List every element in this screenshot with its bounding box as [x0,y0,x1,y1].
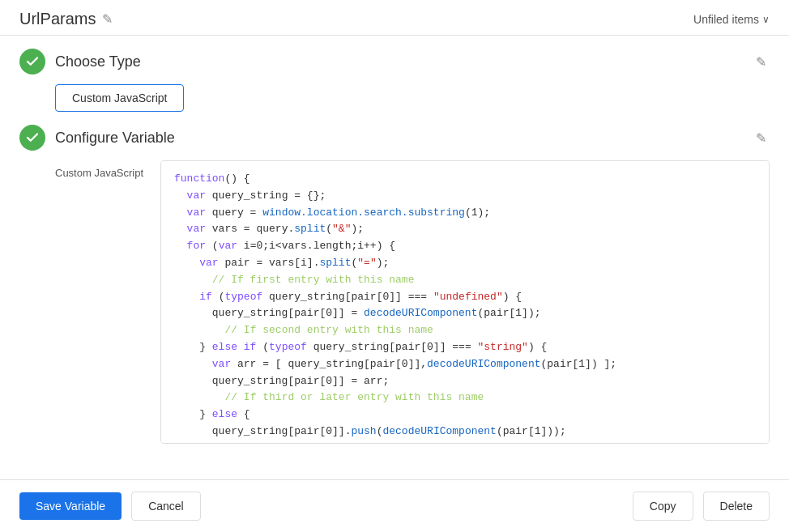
section-configure-variable: Configure Variable ✎ Custom JavaScript f… [19,125,770,444]
main-content: Choose Type ✎ Custom JavaScript Configur… [0,36,789,479]
footer-right: Copy Delete [633,492,770,521]
code-line-12: var arr = [ query_string[pair[0]],decode… [174,356,756,373]
code-line-11: } else if (typeof query_string[pair[0]] … [174,339,756,356]
page-title: UrlParams [19,10,96,28]
delete-button[interactable]: Delete [703,492,770,521]
section2-header: Configure Variable ✎ [19,125,770,151]
section2-edit-icon[interactable]: ✎ [753,127,770,149]
code-line-13: query_string[pair[0]] = arr; [174,373,756,390]
footer: Save Variable Cancel Copy Delete [0,479,789,532]
check-circle-2 [19,125,45,151]
code-line-14: // If third or later entry with this nam… [174,389,756,406]
footer-left: Save Variable Cancel [19,492,201,521]
code-line-6: var pair = vars[i].split("="); [174,255,756,272]
code-line-15: } else { [174,406,756,423]
section2-title: Configure Variable [55,130,175,147]
code-editor[interactable]: function() { var query_string = {}; var … [160,160,770,444]
section2-label: Custom JavaScript [55,160,160,444]
section1-edit-icon[interactable]: ✎ [753,51,770,73]
code-line-17: } [174,440,756,444]
section1-header-left: Choose Type [19,49,141,74]
unfiled-items-label: Unfiled items [693,13,759,26]
page-container: UrlParams ✎ Unfiled items ∨ Choose Type [0,0,789,532]
code-line-2: var query_string = {}; [174,188,756,205]
code-line-3: var query = window.location.search.subst… [174,205,756,222]
code-line-8: if (typeof query_string[pair[0]] === "un… [174,289,756,306]
copy-button[interactable]: Copy [633,492,693,521]
header-edit-icon[interactable]: ✎ [102,11,113,27]
section1-title: Choose Type [55,53,141,70]
code-line-1: function() { [174,171,756,188]
code-line-10: // If second entry with this name [174,322,756,339]
code-line-16: query_string[pair[0]].push(decodeURIComp… [174,423,756,440]
code-line-4: var vars = query.split("&"); [174,221,756,238]
unfiled-items-button[interactable]: Unfiled items ∨ [693,13,770,26]
section2-body: Custom JavaScript function() { var query… [55,160,770,444]
code-line-5: for (var i=0;i<vars.length;i++) { [174,238,756,255]
header: UrlParams ✎ Unfiled items ∨ [0,0,789,36]
code-line-7: // If first entry with this name [174,272,756,289]
code-line-9: query_string[pair[0]] = decodeURICompone… [174,305,756,322]
section1-header: Choose Type ✎ [19,49,770,74]
section-choose-type: Choose Type ✎ Custom JavaScript [19,49,770,112]
cancel-button[interactable]: Cancel [131,492,201,521]
check-circle-1 [19,49,45,74]
section2-header-left: Configure Variable [19,125,175,151]
header-left: UrlParams ✎ [19,10,113,28]
custom-javascript-button[interactable]: Custom JavaScript [55,84,184,112]
section1-body: Custom JavaScript [19,84,770,112]
save-variable-button[interactable]: Save Variable [19,492,122,520]
chevron-down-icon: ∨ [762,14,770,25]
